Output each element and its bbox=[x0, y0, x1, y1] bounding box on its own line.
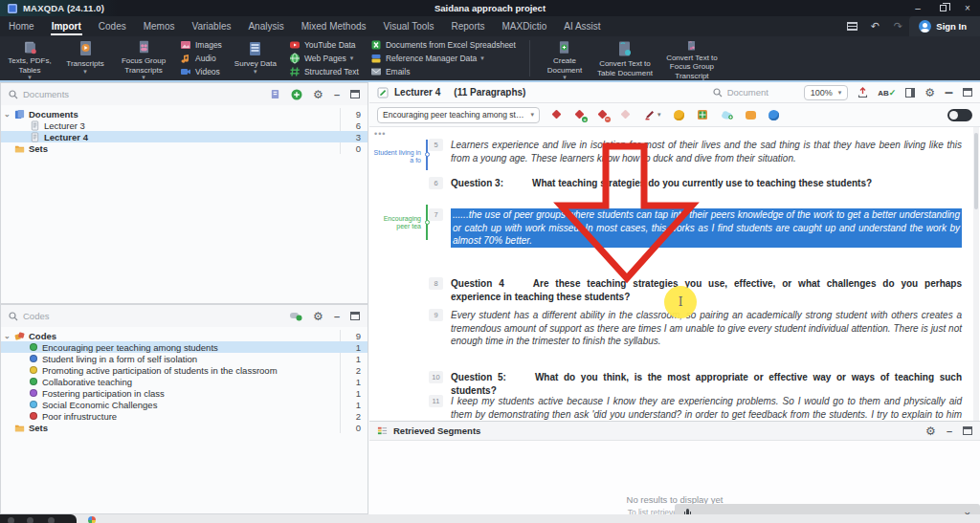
spellcheck-icon[interactable]: AB✓ bbox=[878, 88, 896, 98]
tree-item-lecturer-4[interactable]: Lecturer 4 3 bbox=[1, 131, 368, 142]
ai-assist-icon[interactable] bbox=[768, 110, 779, 120]
tree-item-documents[interactable]: ⌄ Documents 9 bbox=[1, 108, 368, 120]
tab-variables[interactable]: Variables bbox=[184, 16, 240, 36]
restore-button[interactable] bbox=[930, 0, 955, 16]
tab-visual-tools[interactable]: Visual Tools bbox=[375, 16, 443, 36]
undock-panel-icon[interactable] bbox=[350, 90, 360, 98]
tree-item-code-0[interactable]: Encouraging peer teaching among students… bbox=[1, 341, 368, 353]
code-bracket[interactable] bbox=[423, 140, 428, 170]
code-bracket[interactable] bbox=[423, 205, 428, 240]
close-button[interactable]: × bbox=[955, 0, 980, 16]
paragraph-6-question-3[interactable]: Question 3:What teaching strategies do y… bbox=[451, 177, 962, 190]
undock-panel-icon[interactable] bbox=[350, 312, 360, 320]
document-search-input[interactable] bbox=[727, 87, 794, 98]
tab-home[interactable]: Home bbox=[0, 16, 43, 36]
minimize-panel-icon[interactable]: – bbox=[334, 89, 340, 100]
tab-analysis[interactable]: Analysis bbox=[239, 16, 292, 36]
documents-search-input[interactable] bbox=[23, 89, 128, 99]
undock-panel-icon[interactable] bbox=[963, 88, 972, 97]
transcripts-button[interactable]: Transcripts ▾ bbox=[57, 36, 113, 80]
code-segment-icon[interactable] bbox=[552, 110, 563, 120]
texts-pdfs-tables-button[interactable]: Texts, PDFs, Tables ▾ bbox=[2, 36, 57, 80]
paragraph-11[interactable]: I keep my students active because I know… bbox=[451, 395, 962, 421]
code-toggle-icon[interactable] bbox=[290, 311, 302, 321]
audio-button[interactable]: Audio bbox=[180, 53, 222, 64]
tree-item-sets[interactable]: Sets 0 bbox=[1, 142, 368, 154]
undo-icon[interactable]: ↶ bbox=[863, 20, 886, 33]
code-color-icon bbox=[30, 366, 37, 374]
youtube-data-button[interactable]: YouTube Data bbox=[289, 39, 359, 51]
tab-maxdictio[interactable]: MAXDictio bbox=[494, 16, 556, 36]
tree-item-code-4[interactable]: Fostering participation in class 1 bbox=[1, 387, 368, 399]
gear-icon[interactable]: ⚙ bbox=[313, 88, 323, 101]
paragraph-number: 8 bbox=[429, 277, 443, 290]
document-content[interactable]: ••• Student living in a fo Encouraging p… bbox=[369, 127, 980, 421]
tree-item-code-2[interactable]: Promoting active participation of studen… bbox=[1, 364, 368, 376]
zoom-select[interactable]: 100% ▾ bbox=[804, 85, 849, 100]
tree-item-code-6[interactable]: Poor infrustructure 2 bbox=[1, 410, 368, 422]
reference-manager-button[interactable]: Reference Manager Data ▾ bbox=[370, 53, 516, 64]
convert-text-to-focus-group-button[interactable]: Convert Text to Focus Group Transcript bbox=[658, 36, 725, 80]
highlight-pen-icon[interactable]: ▾ bbox=[644, 109, 661, 120]
code-matrix-icon[interactable] bbox=[697, 109, 708, 120]
gear-icon[interactable]: ⚙ bbox=[313, 310, 323, 323]
table-view-icon[interactable] bbox=[840, 21, 863, 33]
tab-ai-assist[interactable]: AI Assist bbox=[555, 16, 609, 36]
codes-search-input[interactable] bbox=[23, 311, 128, 321]
minimize-panel-icon[interactable]: – bbox=[947, 425, 952, 437]
videos-button[interactable]: Videos bbox=[180, 66, 222, 77]
tree-item-lecturer-3[interactable]: Lecturer 3 6 bbox=[1, 120, 368, 131]
tree-item-code-1[interactable]: Student living in a form of self isolati… bbox=[1, 353, 368, 364]
comment-icon[interactable] bbox=[746, 111, 756, 120]
minimize-panel-icon[interactable]: – bbox=[334, 311, 340, 322]
structured-text-button[interactable]: Structured Text bbox=[289, 66, 359, 77]
redo-icon[interactable]: ↷ bbox=[886, 20, 909, 33]
view-mode-toggle[interactable] bbox=[947, 109, 972, 121]
code-undo-icon[interactable] bbox=[621, 110, 632, 120]
document-scrollbar[interactable] bbox=[973, 127, 979, 421]
create-document-button[interactable]: Create Document ▾ bbox=[538, 36, 591, 80]
gear-icon[interactable]: ⚙ bbox=[924, 86, 935, 99]
margin-code-label[interactable]: Encouraging peer tea bbox=[369, 215, 421, 230]
tree-item-codes-sets[interactable]: Sets 0 bbox=[1, 422, 368, 433]
more-options-icon[interactable]: ••• bbox=[374, 129, 386, 139]
paragraph-5[interactable]: Learners experience and live in isolatio… bbox=[451, 139, 962, 164]
add-document-icon[interactable] bbox=[291, 89, 302, 100]
sign-in-button[interactable]: Sign In bbox=[909, 16, 980, 36]
paragraph-10-question-5[interactable]: Question 5:What do you think, is the mos… bbox=[451, 371, 962, 397]
gear-icon[interactable]: ⚙ bbox=[925, 425, 936, 438]
emoticode-icon[interactable] bbox=[674, 110, 684, 120]
documents-from-excel-button[interactable]: Documents from Excel Spreadsheet bbox=[370, 39, 516, 51]
paragraph-9[interactable]: Every student has a different ability in… bbox=[451, 309, 962, 348]
web-pages-button[interactable]: Web Pages ▾ bbox=[289, 53, 359, 64]
focus-group-transcripts-button[interactable]: Focus Group Transcripts ▾ bbox=[113, 36, 174, 80]
paragraph-8-question-4[interactable]: Question 4Are these teaching strategies … bbox=[451, 277, 962, 303]
tree-item-codes-root[interactable]: ⌄ Codes 9 bbox=[1, 330, 368, 341]
minimize-button[interactable]: – bbox=[905, 0, 930, 16]
paragraph-7-highlighted[interactable]: ......the use of peer groups where stude… bbox=[451, 208, 962, 248]
browser-app-icon[interactable] bbox=[88, 516, 96, 523]
images-button[interactable]: Images bbox=[180, 39, 222, 51]
convert-text-to-table-button[interactable]: Convert Text to Table Document bbox=[595, 36, 655, 80]
chevron-expand-icon[interactable]: ⌄ bbox=[4, 110, 11, 119]
sidebar-toggle-icon[interactable] bbox=[905, 88, 915, 98]
document-link-icon[interactable] bbox=[270, 89, 280, 99]
code-remove-icon[interactable]: − bbox=[598, 110, 609, 120]
tab-reports[interactable]: Reports bbox=[443, 16, 494, 36]
tab-memos[interactable]: Memos bbox=[135, 16, 184, 36]
export-icon[interactable] bbox=[858, 87, 868, 98]
margin-code-label[interactable]: Student living in a fo bbox=[369, 149, 421, 164]
cloud-code-icon[interactable] bbox=[721, 110, 733, 120]
code-add-icon[interactable]: + bbox=[575, 110, 586, 120]
tree-item-code-5[interactable]: Social Economic Challenges 1 bbox=[1, 399, 368, 410]
tab-import[interactable]: Import bbox=[43, 16, 90, 36]
tree-item-code-3[interactable]: Collaborative teaching 1 bbox=[1, 376, 368, 387]
minimize-panel-icon[interactable]: – bbox=[945, 84, 953, 101]
survey-data-button[interactable]: Survey Data ▾ bbox=[228, 36, 283, 80]
chevron-expand-icon[interactable]: ⌄ bbox=[4, 332, 11, 340]
tab-codes[interactable]: Codes bbox=[90, 16, 135, 36]
undock-panel-icon[interactable] bbox=[963, 426, 972, 435]
emails-button[interactable]: Emails bbox=[370, 66, 516, 77]
active-code-dropdown[interactable]: Encouraging peer teaching among students… bbox=[377, 107, 540, 123]
tab-mixed-methods[interactable]: Mixed Methods bbox=[293, 16, 375, 36]
